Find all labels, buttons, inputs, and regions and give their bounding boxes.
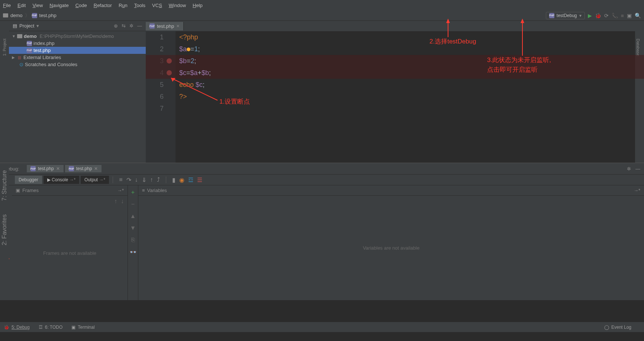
code-line[interactable]: $a=1; (179, 43, 635, 55)
breadcrumb-file[interactable]: test.php (39, 13, 57, 18)
code-line[interactable]: <?php (179, 31, 635, 43)
evaluate-icon[interactable]: ◉ (179, 176, 184, 184)
expand-arrow-icon[interactable]: ▼ (12, 34, 16, 38)
menu-code[interactable]: Code (75, 3, 87, 8)
step-over-icon[interactable]: ↷ (126, 176, 131, 184)
step-into-icon[interactable]: ↓ (135, 176, 138, 184)
php-icon: PHP (69, 166, 74, 171)
status-debug[interactable]: 🐞 5: Debug (4, 325, 30, 330)
php-icon: PHP (27, 48, 32, 53)
menu-window[interactable]: Window (169, 3, 186, 8)
up-icon[interactable]: ▲ (130, 213, 136, 220)
menu-vcs[interactable]: VCS (152, 3, 162, 8)
menu-navigate[interactable]: Navigate (49, 3, 68, 8)
status-todo[interactable]: ☲ 6: TODO (39, 325, 63, 330)
menu-tools[interactable]: Tools (134, 3, 145, 8)
down-icon[interactable]: ▼ (130, 225, 136, 231)
run-icon[interactable]: ▶ (588, 13, 592, 19)
editor-body[interactable]: 1234567 <?php$a=1;$b=2;$c=$a+$b;echo $c;… (146, 31, 635, 163)
status-event-log[interactable]: ◯ Event Log (604, 325, 631, 330)
menu-refactor[interactable]: Refactor (94, 3, 112, 8)
menu-run[interactable]: Run (119, 3, 128, 8)
minimize-icon[interactable]: — (137, 23, 142, 29)
tree-scratches[interactable]: ⊙ Scratches and Consoles (9, 61, 146, 68)
add-watch-icon[interactable]: + (131, 189, 135, 196)
gutter[interactable]: 1234567 (146, 31, 168, 163)
variables-empty: Variables are not available (138, 196, 644, 300)
status-terminal[interactable]: ▣ Terminal (71, 325, 94, 330)
frames-title: Frames (22, 188, 39, 193)
left-sidebar-bottom: 7: Structure 2: Favorites (0, 167, 9, 286)
close-icon[interactable]: ✕ (56, 166, 60, 171)
listen-debug-icon[interactable]: 📞 (612, 13, 618, 19)
status-bar: 🐞 5: Debug ☲ 6: TODO ▣ Terminal ◯ Event … (0, 322, 644, 332)
editor-tab[interactable]: PHP test.php ✕ (146, 22, 184, 30)
code-area[interactable]: <?php$a=1;$b=2;$c=$a+$b;echo $c;?> (176, 31, 635, 163)
breadcrumb-project[interactable]: demo (10, 13, 23, 18)
next-frame-icon[interactable]: ↓ (121, 198, 124, 204)
project-panel-header: ▤ Project ▾ ⊕ ⇆ ✲ — (9, 21, 146, 31)
left-sidebar: 1: Project (0, 21, 9, 163)
search-icon[interactable]: 🔍 (635, 13, 641, 19)
vars-icon: ≡ (142, 188, 145, 193)
debugger-subtab[interactable]: Debugger (15, 176, 42, 184)
run-to-cursor-icon[interactable]: ▮ (172, 176, 176, 184)
code-line[interactable]: echo $c; (179, 79, 635, 91)
variables-panel: ≡ Variables →* Variables are not availab… (138, 185, 644, 300)
code-line[interactable]: $c=$a+$b; (146, 67, 644, 79)
bottom-bar (0, 332, 644, 341)
close-icon[interactable]: ✕ (94, 166, 98, 171)
panel-icon: ▤ (13, 23, 17, 29)
code-line[interactable]: $b=2; (146, 55, 644, 67)
console-subtab[interactable]: ▶ Console →* (44, 176, 79, 184)
debug-session-tab[interactable]: PHP test.php ✕ (65, 165, 102, 172)
scratches-icon: ⊙ (19, 62, 23, 67)
menu-view[interactable]: View (32, 3, 43, 8)
gear-icon[interactable]: ✲ (627, 166, 631, 172)
watch-icon[interactable]: ☲ (188, 176, 193, 184)
pin-icon[interactable]: →* (634, 188, 640, 193)
minimize-icon[interactable]: — (635, 166, 640, 172)
force-step-into-icon[interactable]: ⇓ (142, 176, 146, 184)
pin-icon[interactable]: →* (117, 188, 124, 193)
layout-icon[interactable]: ▣ (627, 13, 632, 19)
frames-icon: ▣ (16, 188, 20, 193)
favorites-tab[interactable]: 2: Favorites (0, 211, 9, 249)
code-line[interactable] (179, 103, 635, 114)
remove-watch-icon[interactable]: − (131, 201, 135, 208)
close-icon[interactable]: ✕ (176, 24, 180, 29)
tree-file-selected[interactable]: PHP test.php (9, 47, 146, 54)
chevron-down-icon[interactable]: ▾ (36, 23, 39, 29)
target-icon[interactable]: ⊕ (114, 23, 118, 29)
expand-arrow-icon[interactable]: ▶ (12, 55, 16, 59)
gear-icon[interactable]: ✲ (129, 23, 133, 29)
structure-tab[interactable]: 7: Structure (0, 167, 9, 204)
folder-icon (17, 34, 22, 38)
run-config-select[interactable]: PHP testDebug ▾ (546, 12, 585, 19)
show-exec-icon[interactable]: ≡ (119, 176, 122, 184)
coverage-icon[interactable]: ⟳ (604, 13, 609, 19)
mute-bp-icon[interactable]: ☰ (197, 176, 202, 184)
menu-edit[interactable]: Edit (17, 3, 26, 8)
php-icon: PHP (27, 41, 32, 46)
tree-root-path: E:\PHP\PhpStorm\MyNetDemo\demo (40, 34, 114, 39)
menu-help[interactable]: Help (193, 3, 203, 8)
drop-frame-icon[interactable]: ⤴ (157, 176, 160, 184)
tree-root[interactable]: ▼ demo E:\PHP\PhpStorm\MyNetDemo\demo (9, 33, 146, 40)
tree-file[interactable]: PHP index.php (9, 40, 146, 47)
debug-icon[interactable]: 🐞 (595, 13, 601, 19)
tree-external-libs[interactable]: ▶ ⫼ External Libraries (9, 54, 146, 61)
menu-file[interactable]: File (3, 3, 11, 8)
stop-icon[interactable]: ■ (621, 13, 624, 19)
glasses-icon[interactable]: 👓 (129, 249, 137, 256)
step-out-icon[interactable]: ↑ (150, 176, 153, 184)
prev-frame-icon[interactable]: ↑ (114, 198, 117, 204)
project-tab[interactable]: 1: Project (1, 36, 7, 59)
output-subtab[interactable]: Output →* (81, 176, 109, 184)
copy-icon[interactable]: ⎘ (131, 237, 135, 243)
debug-toolbar: ▷ Debugger ▶ Console →* Output →* ≡ ↷ ↓ … (0, 174, 644, 185)
fold-column[interactable] (168, 31, 176, 163)
code-line[interactable]: ?> (179, 91, 635, 103)
debug-session-tab[interactable]: PHP test.php ✕ (27, 165, 64, 172)
collapse-icon[interactable]: ⇆ (122, 23, 126, 29)
